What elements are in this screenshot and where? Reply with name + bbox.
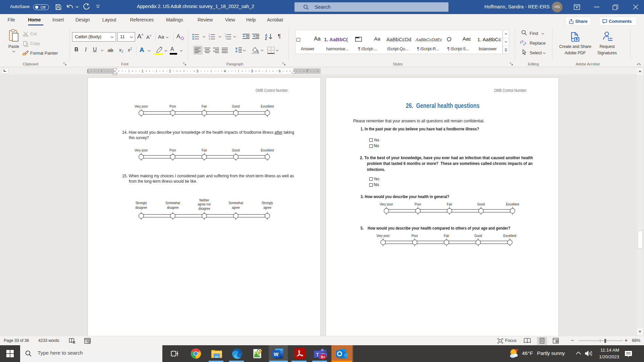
svg-text:Very poor: Very poor	[135, 148, 148, 152]
svg-text:Poor: Poor	[169, 104, 176, 108]
svg-text:c: c	[523, 42, 525, 46]
svg-text:disagree: disagree	[167, 205, 179, 209]
svg-text:Excellent: Excellent	[506, 202, 519, 206]
svg-text:Excellent: Excellent	[261, 104, 274, 108]
svg-text:Poor: Poor	[169, 148, 176, 152]
svg-text:Poor: Poor	[412, 233, 418, 237]
svg-text:i: i	[226, 38, 226, 40]
svg-text:agree nor: agree nor	[198, 202, 211, 206]
svg-text:Good: Good	[232, 148, 240, 152]
svg-text:Poor: Poor	[415, 202, 421, 206]
svg-text:agree: agree	[232, 205, 240, 209]
svg-text:Very poor: Very poor	[376, 233, 390, 237]
svg-text:A: A	[265, 34, 267, 37]
svg-text:Excellent: Excellent	[261, 148, 274, 152]
svg-text:Somewhat: Somewhat	[166, 201, 180, 205]
svg-text:agree: agree	[263, 205, 271, 209]
svg-text:Fair: Fair	[202, 104, 207, 108]
svg-text:Very poor: Very poor	[380, 202, 393, 206]
svg-text:Fair: Fair	[202, 148, 207, 152]
svg-text:Excellent: Excellent	[503, 233, 517, 237]
svg-text:Fair: Fair	[447, 202, 452, 206]
svg-text:Fair: Fair	[444, 233, 449, 237]
svg-text:T: T	[316, 352, 319, 357]
svg-text:Good: Good	[474, 233, 482, 237]
svg-text:disagree: disagree	[136, 205, 147, 209]
svg-text:Strongly: Strongly	[262, 201, 273, 205]
svg-text:9+: 9+	[321, 355, 325, 359]
svg-text:Very poor: Very poor	[135, 104, 148, 108]
svg-text:Somewhat: Somewhat	[229, 201, 244, 205]
svg-text:Z: Z	[265, 37, 267, 40]
svg-text:W: W	[274, 351, 279, 357]
svg-text:disagree: disagree	[199, 206, 210, 210]
svg-text:Neither: Neither	[199, 198, 209, 202]
svg-text:Good: Good	[477, 202, 485, 206]
svg-text:Good: Good	[232, 104, 240, 108]
svg-text:3: 3	[209, 38, 210, 40]
svg-text:Strongly: Strongly	[136, 201, 147, 205]
